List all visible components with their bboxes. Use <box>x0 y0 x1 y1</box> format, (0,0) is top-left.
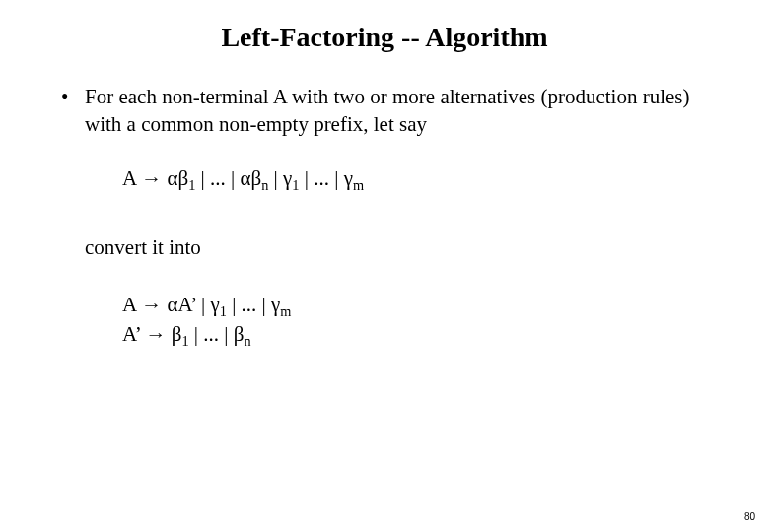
formula-result-line-2: A’ → β1 | ... | βn <box>122 320 720 349</box>
formula-result: A → αA’ | γ1 | ... | γm A’ → β1 | ... | … <box>49 291 720 349</box>
formula-original: A → αβ1 | ... | αβn | γ1 | ... | γm <box>49 165 720 192</box>
slide: Left-Factoring -- Algorithm For each non… <box>0 0 769 532</box>
bullet-text: For each non-terminal A with two or more… <box>57 83 720 139</box>
formula-result-line-1: A → αA’ | γ1 | ... | γm <box>122 291 720 319</box>
slide-content: For each non-terminal A with two or more… <box>0 53 769 349</box>
page-number: 80 <box>744 511 755 522</box>
convert-text: convert it into <box>49 233 720 261</box>
slide-title: Left-Factoring -- Algorithm <box>0 0 769 53</box>
